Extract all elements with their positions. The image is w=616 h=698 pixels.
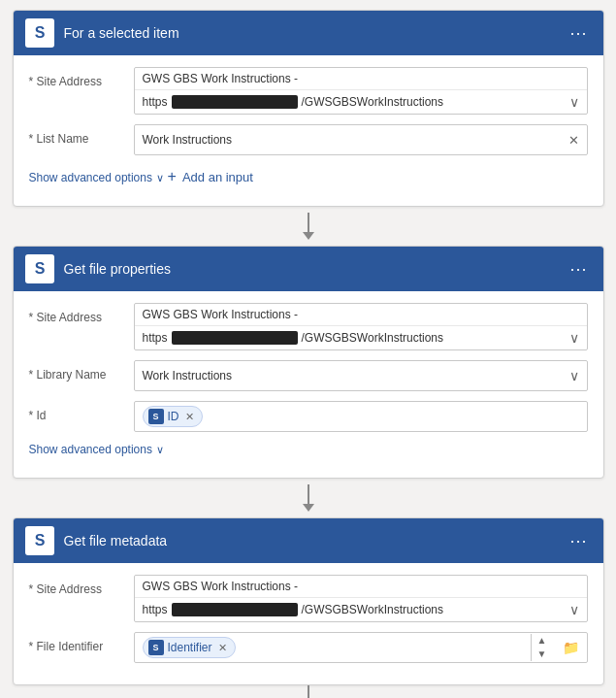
- card1-body: * Site Address GWS GBS Work Instructions…: [14, 55, 603, 206]
- card2-id-token-remove[interactable]: ✕: [185, 411, 194, 423]
- card3-identifier-token-label: Identifier: [168, 641, 212, 654]
- card3-site-url: https /GWSGBSWorkInstructions: [143, 603, 569, 616]
- sp-logo-text: S: [35, 24, 45, 42]
- card2-header: S Get file properties ···: [14, 247, 603, 291]
- card3-site-address-top: GWS GBS Work Instructions -: [135, 576, 587, 597]
- card1-list-name-field[interactable]: Work Instructions ✕: [134, 124, 588, 155]
- card2-url-prefix: https: [143, 331, 168, 345]
- card3-url-redacted: [172, 603, 298, 616]
- card3-sharepoint-icon: S: [25, 526, 54, 555]
- card2-site-address-top: GWS GBS Work Instructions -: [135, 304, 587, 325]
- card3-stepper-up[interactable]: ▲: [535, 634, 549, 648]
- flow-container: S For a selected item ··· * Site Address…: [10, 10, 606, 698]
- card2-advanced-options-label: Show advanced options: [29, 443, 152, 456]
- card2-library-dropdown-arrow[interactable]: ∨: [569, 368, 579, 383]
- card1-list-name-row: * List Name Work Instructions ✕: [29, 124, 588, 155]
- card1-list-name-label: * List Name: [29, 124, 126, 146]
- card2-site-address-field[interactable]: GWS GBS Work Instructions - https /GWSGB…: [134, 303, 588, 350]
- card2-site-dropdown-arrow[interactable]: ∨: [569, 330, 579, 346]
- card3-menu-button[interactable]: ···: [566, 529, 591, 553]
- card3-identifier-token-remove[interactable]: ✕: [218, 642, 227, 654]
- card3-file-identifier-row: * File Identifier S Identifier ✕ ▲ ▼ 📁: [29, 632, 588, 663]
- arrow-head-1: [303, 232, 314, 240]
- card1-site-address-bottom: https /GWSGBSWorkInstructions ∨: [135, 89, 587, 114]
- arrow-head-2: [303, 504, 314, 512]
- card1-site-address-row: * Site Address GWS GBS Work Instructions…: [29, 67, 588, 115]
- card3-sp-logo-text: S: [35, 532, 45, 549]
- card-get-file-metadata: S Get file metadata ··· * Site Address G…: [13, 517, 604, 685]
- card2-menu-button[interactable]: ···: [566, 257, 591, 282]
- card3-site-address-bottom: https /GWSGBSWorkInstructions ∨: [135, 597, 587, 621]
- card1-add-input-plus-icon: +: [168, 169, 177, 184]
- card2-id-token[interactable]: S ID ✕: [143, 406, 203, 427]
- card2-url-redacted: [172, 331, 298, 345]
- card3-site-dropdown-arrow[interactable]: ∨: [569, 602, 579, 617]
- card3-stepper-down[interactable]: ▼: [535, 648, 549, 661]
- card2-sp-logo-text: S: [35, 260, 45, 278]
- card1-sharepoint-icon: S: [25, 18, 54, 48]
- card2-site-address-label: * Site Address: [29, 303, 126, 324]
- card3-identifier-token-sp-icon: S: [148, 640, 164, 655]
- card2-id-label: * Id: [29, 401, 126, 422]
- card1-advanced-options-label: Show advanced options: [29, 171, 152, 184]
- card3-site-address-label: * Site Address: [29, 575, 126, 596]
- connector-arrow-2: [303, 479, 314, 517]
- card1-advanced-chevron-icon: ∨: [156, 172, 164, 184]
- card3-folder-icon[interactable]: 📁: [559, 640, 583, 655]
- card1-url-redacted: [172, 95, 298, 109]
- card1-header: S For a selected item ···: [14, 11, 603, 55]
- card3-stepper: ▲ ▼: [531, 634, 553, 661]
- bottom-line: [308, 685, 309, 698]
- card3-url-prefix: https: [143, 603, 168, 616]
- card3-title: Get file metadata: [64, 533, 557, 548]
- card1-menu-button[interactable]: ···: [566, 21, 591, 46]
- card3-url-suffix: /GWSGBSWorkInstructions: [302, 603, 443, 616]
- card2-advanced-chevron-icon: ∨: [156, 444, 164, 456]
- card2-id-field[interactable]: S ID ✕: [134, 401, 588, 432]
- card1-add-input-button[interactable]: + Add an input: [168, 165, 253, 188]
- card2-site-url: https /GWSGBSWorkInstructions: [143, 331, 569, 345]
- card2-advanced-options[interactable]: Show advanced options ∨: [29, 443, 164, 456]
- card2-body: * Site Address GWS GBS Work Instructions…: [14, 291, 603, 478]
- card2-url-suffix: /GWSGBSWorkInstructions: [302, 331, 443, 345]
- arrow-line-2: [308, 484, 309, 504]
- card-get-file-properties: S Get file properties ··· * Site Address…: [13, 246, 604, 479]
- card3-site-address-row: * Site Address GWS GBS Work Instructions…: [29, 575, 588, 622]
- card2-title: Get file properties: [64, 261, 557, 277]
- card3-body: * Site Address GWS GBS Work Instructions…: [14, 563, 603, 684]
- card3-file-identifier-field[interactable]: S Identifier ✕ ▲ ▼ 📁: [134, 632, 588, 663]
- card2-library-name-row: * Library Name Work Instructions ∨: [29, 360, 588, 391]
- card2-sharepoint-icon: S: [25, 254, 54, 283]
- card3-site-address-field[interactable]: GWS GBS Work Instructions - https /GWSGB…: [134, 575, 588, 622]
- card2-library-name-label: * Library Name: [29, 360, 126, 382]
- card1-site-url: https /GWSGBSWorkInstructions: [143, 95, 569, 109]
- card3-header: S Get file metadata ···: [14, 518, 603, 563]
- connector-bottom: [308, 685, 309, 698]
- card1-url-prefix: https: [143, 95, 168, 109]
- card1-url-suffix: /GWSGBSWorkInstructions: [302, 95, 443, 109]
- card1-list-name-value: Work Instructions: [143, 133, 232, 147]
- card2-site-address-bottom: https /GWSGBSWorkInstructions ∨: [135, 325, 587, 349]
- card1-site-dropdown-arrow[interactable]: ∨: [569, 94, 579, 110]
- card3-identifier-token[interactable]: S Identifier ✕: [143, 637, 236, 658]
- card1-site-address-top: GWS GBS Work Instructions -: [135, 68, 587, 89]
- connector-arrow-1: [303, 207, 314, 246]
- card1-site-address-field[interactable]: GWS GBS Work Instructions - https /GWSGB…: [134, 67, 588, 115]
- card1-list-name-clear[interactable]: ✕: [568, 133, 579, 148]
- card2-site-address-row: * Site Address GWS GBS Work Instructions…: [29, 303, 588, 350]
- card2-library-name-field[interactable]: Work Instructions ∨: [134, 360, 588, 391]
- card2-id-token-sp-icon: S: [148, 409, 164, 424]
- card3-file-identifier-label: * File Identifier: [29, 632, 126, 653]
- card1-add-input-label: Add an input: [182, 170, 253, 184]
- card2-library-name-value: Work Instructions: [143, 369, 232, 382]
- card1-site-address-label: * Site Address: [29, 67, 126, 88]
- card-for-selected-item: S For a selected item ··· * Site Address…: [13, 10, 604, 207]
- card1-advanced-options[interactable]: Show advanced options ∨: [29, 171, 164, 184]
- card2-id-token-label: ID: [168, 410, 179, 423]
- card1-title: For a selected item: [64, 25, 557, 41]
- card2-id-row: * Id S ID ✕: [29, 401, 588, 432]
- arrow-line-1: [308, 213, 309, 232]
